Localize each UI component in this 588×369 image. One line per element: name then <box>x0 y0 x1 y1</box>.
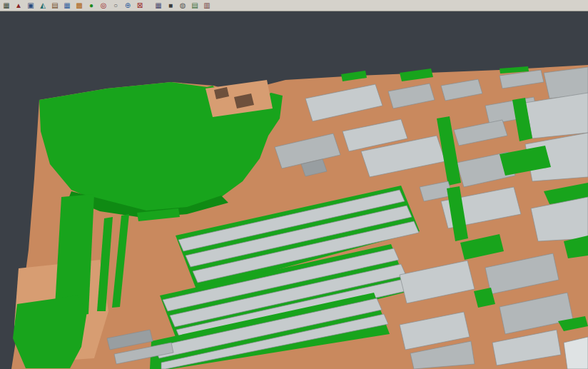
sphere-green-icon: ● <box>89 1 93 9</box>
map-blue-icon: ▣ <box>27 1 34 9</box>
building <box>564 337 588 369</box>
toolbar-button-grid-brown[interactable]: ▥ <box>202 1 212 10</box>
toolbar-button-cube-dark[interactable]: ■ <box>166 1 176 10</box>
palette-dark-icon: ▦ <box>155 1 161 9</box>
grid-dark-icon: ▦ <box>3 1 9 9</box>
grid-brown-icon: ▥ <box>203 1 210 9</box>
toolbar-button-map-blue[interactable]: ▣ <box>26 1 36 10</box>
sphere-dark-icon: ◍ <box>180 1 186 9</box>
toolbar-button-circle-gray[interactable]: ○ <box>111 1 121 10</box>
toolbar-separator <box>147 1 151 10</box>
grid-green-icon: ▤ <box>191 1 198 9</box>
toolbar-button-box-orange[interactable]: ▩ <box>74 1 84 10</box>
close-red-icon: ⊠ <box>137 1 143 9</box>
mountain-teal-icon: ◭ <box>40 1 46 9</box>
toolbar-button-target-red[interactable]: ◎ <box>98 1 108 10</box>
toolbar-button-grid-green[interactable]: ▤ <box>190 1 200 10</box>
toolbar-button-grid-blue[interactable]: ▦ <box>62 1 72 10</box>
crosshair-blue-icon: ⊕ <box>125 1 131 9</box>
toolbar-button-crosshair-blue[interactable]: ⊕ <box>123 1 133 10</box>
toolbar-button-layers-brown[interactable]: ▤ <box>50 1 60 10</box>
application-window: ▦▲▣◭▤▦▩●◎○⊕⊠▦■◍▤▥ <box>0 0 588 369</box>
toolbar-button-close-red[interactable]: ⊠ <box>135 1 145 10</box>
scene-svg <box>0 11 588 369</box>
box-orange-icon: ▩ <box>76 1 82 9</box>
circle-gray-icon: ○ <box>113 1 118 9</box>
toolbar-button-mountain-teal[interactable]: ◭ <box>38 1 48 10</box>
viewport-3d[interactable] <box>0 11 588 369</box>
toolbar-button-palette-dark[interactable]: ▦ <box>153 1 163 10</box>
toolbar-button-sphere-green[interactable]: ● <box>86 1 96 10</box>
toolbar-button-sphere-dark[interactable]: ◍ <box>178 1 188 10</box>
layers-brown-icon: ▤ <box>51 1 58 9</box>
flag-red-icon: ▲ <box>15 1 22 9</box>
target-red-icon: ◎ <box>101 1 107 9</box>
cube-dark-icon: ■ <box>168 1 173 9</box>
toolbar-button-flag-red[interactable]: ▲ <box>14 1 24 10</box>
toolbar: ▦▲▣◭▤▦▩●◎○⊕⊠▦■◍▤▥ <box>0 0 588 11</box>
grid-blue-icon: ▦ <box>64 1 70 9</box>
toolbar-button-grid-dark[interactable]: ▦ <box>1 1 11 10</box>
